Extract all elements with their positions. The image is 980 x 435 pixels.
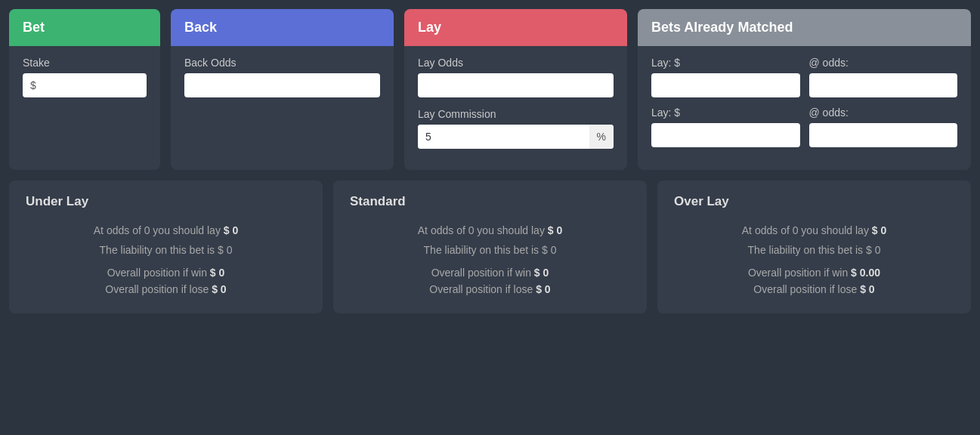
commission-wrapper: % <box>418 125 614 149</box>
standard-lose: Overall position if lose $ 0 <box>350 283 630 295</box>
underlay-lay-amount: $ 0 <box>224 224 238 236</box>
lay-commission-label: Lay Commission <box>418 108 614 120</box>
underlay-win-value: $ 0 <box>210 267 224 279</box>
matched-row-1: Lay: $ @ odds: <box>651 57 957 97</box>
underlay-win: Overall position if win $ 0 <box>26 267 306 279</box>
underlay-lose: Overall position if lose $ 0 <box>26 283 306 295</box>
lay-odds-label: Lay Odds <box>418 57 614 69</box>
overlay-win-value: $ 0.00 <box>851 267 880 279</box>
standard-card: Standard At odds of 0 you should lay $ 0… <box>333 180 647 313</box>
matched-lay-input-2[interactable] <box>651 123 800 147</box>
lay-header: Lay <box>404 9 627 46</box>
stake-prefix: $ <box>30 79 36 91</box>
matched-header: Bets Already Matched <box>638 9 971 46</box>
lay-card: Lay Lay Odds Lay Commission % <box>404 9 627 170</box>
standard-title: Standard <box>350 194 630 209</box>
underlay-card: Under Lay At odds of 0 you should lay $ … <box>9 180 323 313</box>
matched-lay-col-1: Lay: $ <box>651 57 800 97</box>
standard-win: Overall position if win $ 0 <box>350 267 630 279</box>
underlay-lose-value: $ 0 <box>212 283 226 295</box>
back-odds-input[interactable] <box>184 73 380 97</box>
underlay-calc: At odds of 0 you should lay $ 0 <box>26 224 306 236</box>
back-odds-label: Back Odds <box>184 57 380 69</box>
back-card: Back Back Odds <box>171 9 394 170</box>
lay-odds-input[interactable] <box>418 73 614 97</box>
matched-odds-label-1: @ odds: <box>809 57 958 69</box>
bet-card: Bet Stake $ <box>9 9 160 170</box>
matched-odds-input-1[interactable] <box>809 73 958 97</box>
matched-lay-input-1[interactable] <box>651 73 800 97</box>
matched-row-2: Lay: $ @ odds: <box>651 106 957 147</box>
standard-liability: The liability on this bet is $ 0 <box>350 244 630 256</box>
bet-header: Bet <box>9 9 160 46</box>
overlay-title: Over Lay <box>674 194 954 209</box>
overlay-card: Over Lay At odds of 0 you should lay $ 0… <box>657 180 971 313</box>
overlay-liability: The liability on this bet is $ 0 <box>674 244 954 256</box>
matched-odds-col-2: @ odds: <box>809 106 958 147</box>
matched-lay-label-1: Lay: $ <box>651 57 800 69</box>
matched-odds-col-1: @ odds: <box>809 57 958 97</box>
overlay-lose: Overall position if lose $ 0 <box>674 283 954 295</box>
standard-lose-value: $ 0 <box>536 283 550 295</box>
matched-lay-col-2: Lay: $ <box>651 106 800 147</box>
back-header: Back <box>171 9 394 46</box>
overlay-calc: At odds of 0 you should lay $ 0 <box>674 224 954 236</box>
overlay-win: Overall position if win $ 0.00 <box>674 267 954 279</box>
overlay-lose-value: $ 0 <box>860 283 874 295</box>
underlay-liability: The liability on this bet is $ 0 <box>26 244 306 256</box>
matched-odds-input-2[interactable] <box>809 123 958 147</box>
stake-label: Stake <box>23 57 147 69</box>
matched-lay-label-2: Lay: $ <box>651 106 800 119</box>
standard-calc: At odds of 0 you should lay $ 0 <box>350 224 630 236</box>
standard-win-value: $ 0 <box>534 267 549 279</box>
underlay-title: Under Lay <box>26 194 306 209</box>
stake-input[interactable] <box>39 73 139 97</box>
stake-wrapper: $ <box>23 73 147 97</box>
standard-lay-amount: $ 0 <box>548 224 562 236</box>
lay-commission-input[interactable] <box>418 125 589 149</box>
commission-suffix: % <box>589 125 614 149</box>
matched-odds-label-2: @ odds: <box>809 106 958 119</box>
overlay-lay-amount: $ 0 <box>872 224 886 236</box>
matched-card: Bets Already Matched Lay: $ @ odds: Lay:… <box>638 9 971 170</box>
